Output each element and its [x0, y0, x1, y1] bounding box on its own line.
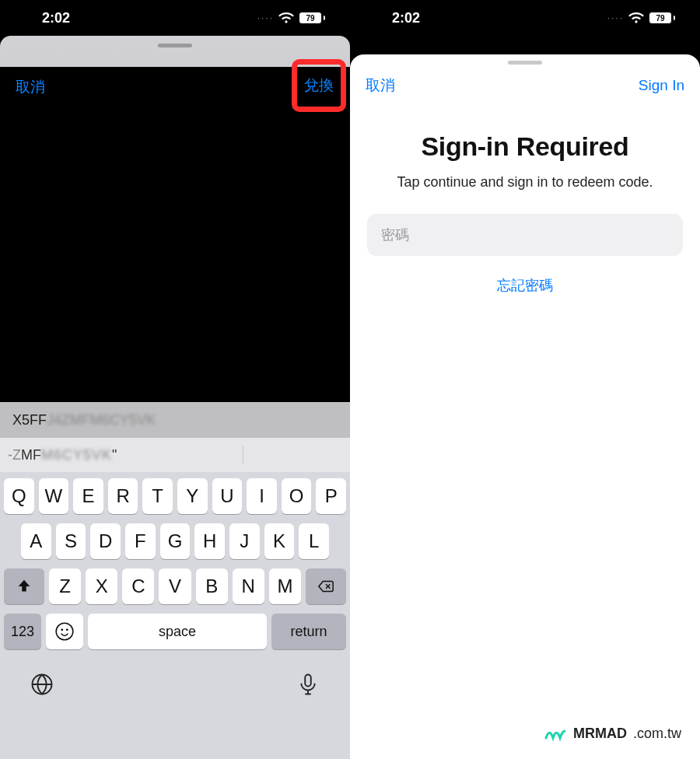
watermark: MRMAD.com.tw	[544, 725, 681, 742]
key-space[interactable]: space	[88, 614, 267, 649]
key-q[interactable]: Q	[4, 478, 34, 514]
password-input[interactable]: 密碼	[367, 214, 683, 256]
phone-right: 2:02 ···· 79 取消 Sign In Sign-in Required…	[350, 0, 700, 759]
keyboard-suggestion-bar: -ZMFM6CY5VK"	[0, 438, 350, 472]
status-time: 2:02	[392, 10, 420, 26]
battery-level: 79	[656, 14, 664, 23]
mic-icon[interactable]	[296, 673, 320, 696]
status-dots-icon: ····	[257, 12, 274, 23]
key-i[interactable]: I	[247, 478, 277, 514]
key-a[interactable]: A	[21, 523, 51, 559]
suggestion-separator	[243, 446, 243, 464]
key-e[interactable]: E	[73, 478, 103, 514]
code-blurred: J4ZMFM6CY5VK	[47, 412, 156, 428]
sign-in-button[interactable]: Sign In	[639, 77, 684, 94]
svg-rect-4	[305, 675, 311, 687]
key-x[interactable]: X	[86, 568, 117, 604]
key-n[interactable]: N	[233, 568, 264, 604]
code-visible: X5FF	[12, 412, 47, 428]
emoji-icon	[54, 621, 75, 642]
signin-sheet: 取消 Sign In Sign-in Required Tap continue…	[350, 54, 700, 759]
key-l[interactable]: L	[299, 523, 329, 559]
status-dots-icon: ····	[607, 12, 624, 23]
redeem-button-highlight: 兌換	[292, 59, 346, 112]
watermark-logo-icon	[544, 725, 567, 742]
keyboard-row-3: Z X C V B N M	[4, 568, 346, 604]
svg-point-0	[56, 623, 73, 640]
key-f[interactable]: F	[125, 523, 156, 559]
phone-left: 2:02 ···· 79 取消 兌換 X5FFJ4ZMFM6CY5VK -ZMF…	[0, 0, 350, 759]
key-u[interactable]: U	[212, 478, 243, 514]
forgot-password-link[interactable]: 忘記密碼	[367, 276, 683, 295]
key-h[interactable]: H	[194, 523, 225, 559]
password-placeholder: 密碼	[381, 226, 409, 244]
status-bar: 2:02 ···· 79	[350, 0, 700, 36]
svg-point-2	[66, 628, 68, 631]
key-s[interactable]: S	[56, 523, 86, 559]
key-c[interactable]: C	[122, 568, 154, 604]
key-123[interactable]: 123	[4, 614, 41, 649]
watermark-brand: MRMAD	[573, 726, 627, 742]
key-v[interactable]: V	[159, 568, 191, 604]
keyboard-row-1: Q W E R T Y U I O P	[4, 478, 346, 514]
keyboard: Q W E R T Y U I O P A S D F G H J K L Z	[0, 472, 350, 759]
key-b[interactable]: B	[196, 568, 228, 604]
status-bar: 2:02 ···· 79	[0, 0, 350, 36]
keyboard-row-2: A S D F G H J K L	[4, 523, 346, 559]
suggestion-item[interactable]: -ZMFM6CY5VK"	[0, 447, 124, 463]
key-m[interactable]: M	[269, 568, 301, 604]
signin-subtitle: Tap continue and sign in to redeem code.	[367, 174, 683, 191]
status-right: ···· 79	[607, 12, 675, 24]
key-w[interactable]: W	[39, 478, 69, 514]
redeem-button[interactable]: 兌換	[304, 75, 334, 96]
signin-title: Sign-in Required	[367, 131, 683, 162]
key-return[interactable]: return	[271, 614, 346, 649]
battery-level: 79	[306, 14, 314, 23]
key-p[interactable]: P	[316, 478, 346, 514]
wifi-icon	[278, 12, 294, 24]
status-right: ···· 79	[257, 12, 325, 24]
keyboard-row-4: 123 space return	[4, 614, 346, 649]
right-topbar: 取消 Sign In	[350, 69, 700, 96]
cancel-button[interactable]: 取消	[366, 75, 395, 96]
status-time: 2:02	[42, 10, 70, 26]
sheet-grabber[interactable]	[508, 61, 542, 65]
key-g[interactable]: G	[160, 523, 191, 559]
key-y[interactable]: Y	[177, 478, 208, 514]
keyboard-bottom-row	[4, 659, 346, 696]
watermark-domain: .com.tw	[633, 726, 681, 742]
signin-content: Sign-in Required Tap continue and sign i…	[350, 96, 700, 295]
key-z[interactable]: Z	[49, 568, 81, 604]
key-emoji[interactable]	[46, 614, 83, 649]
code-input[interactable]: X5FFJ4ZMFM6CY5VK	[0, 402, 350, 438]
key-t[interactable]: T	[142, 478, 173, 514]
key-k[interactable]: K	[264, 523, 295, 559]
cancel-button[interactable]: 取消	[16, 77, 45, 97]
svg-point-1	[61, 628, 63, 631]
globe-icon[interactable]	[30, 673, 54, 696]
wifi-icon	[628, 12, 644, 24]
key-j[interactable]: J	[229, 523, 260, 559]
key-backspace[interactable]	[306, 568, 346, 604]
shift-icon	[16, 578, 33, 595]
battery-icon: 79	[299, 12, 325, 24]
key-o[interactable]: O	[282, 478, 312, 514]
key-d[interactable]: D	[90, 523, 121, 559]
key-r[interactable]: R	[108, 478, 138, 514]
battery-icon: 79	[649, 12, 675, 24]
backspace-icon	[317, 578, 334, 595]
key-shift[interactable]	[4, 568, 44, 604]
